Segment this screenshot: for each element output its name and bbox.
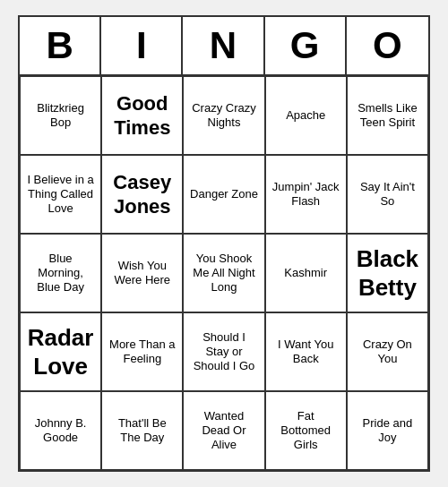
bingo-cell[interactable]: Pride and Joy	[347, 391, 428, 470]
bingo-cell[interactable]: Jumpin' Jack Flash	[265, 155, 347, 234]
cell-text: Wish You Were Here	[108, 259, 177, 288]
cell-text: More Than a Feeling	[108, 337, 177, 367]
cell-text: Crazy Crazy Nights	[189, 101, 258, 131]
cell-text: Kashmir	[284, 266, 327, 280]
cell-text: You Shook Me All Night Long	[189, 252, 258, 295]
cell-text: That'll Be The Day	[108, 416, 177, 446]
bingo-grid: Blitzkrieg BopGood TimesCrazy Crazy Nigh…	[20, 76, 428, 470]
bingo-cell[interactable]: Blue Morning, Blue Day	[20, 234, 101, 312]
bingo-cell[interactable]: I Want You Back	[265, 312, 347, 391]
bingo-cell[interactable]: Wanted Dead Or Alive	[183, 391, 264, 470]
cell-text: Say It Ain't So	[353, 180, 422, 209]
cell-text: I Want You Back	[271, 337, 340, 367]
cell-text: Good Times	[108, 91, 177, 141]
bingo-cell[interactable]: Blitzkrieg Bop	[20, 76, 101, 155]
bingo-cell[interactable]: Radar Love	[20, 312, 101, 391]
bingo-header: BINGO	[20, 17, 428, 76]
bingo-cell[interactable]: Johnny B. Goode	[20, 391, 101, 470]
cell-text: Blue Morning, Blue Day	[26, 252, 95, 295]
bingo-cell[interactable]: Good Times	[101, 76, 183, 155]
cell-text: Blitzkrieg Bop	[26, 101, 95, 131]
bingo-cell[interactable]: Danger Zone	[183, 155, 264, 234]
cell-text: Wanted Dead Or Alive	[189, 409, 258, 453]
cell-text: Crazy On You	[353, 337, 422, 367]
cell-text: Pride and Joy	[353, 416, 422, 446]
cell-text: Should I Stay or Should I Go	[189, 330, 258, 374]
cell-text: Johnny B. Goode	[26, 416, 95, 446]
cell-text: Fat Bottomed Girls	[271, 409, 340, 453]
bingo-cell[interactable]: Crazy Crazy Nights	[183, 76, 264, 155]
header-letter: O	[347, 17, 428, 74]
bingo-cell[interactable]: More Than a Feeling	[101, 312, 183, 391]
bingo-cell[interactable]: Casey Jones	[101, 155, 183, 234]
bingo-cell[interactable]: Fat Bottomed Girls	[265, 391, 347, 470]
cell-text: I Believe in a Thing Called Love	[26, 173, 95, 217]
header-letter: I	[101, 17, 183, 74]
bingo-cell[interactable]: Kashmir	[265, 234, 347, 312]
bingo-cell[interactable]: Say It Ain't So	[347, 155, 428, 234]
bingo-cell[interactable]: Should I Stay or Should I Go	[183, 312, 264, 391]
bingo-cell[interactable]: Wish You Were Here	[101, 234, 183, 312]
bingo-cell[interactable]: I Believe in a Thing Called Love	[20, 155, 101, 234]
header-letter: N	[183, 17, 264, 74]
bingo-cell[interactable]: You Shook Me All Night Long	[183, 234, 264, 312]
cell-text: Jumpin' Jack Flash	[271, 180, 340, 209]
cell-text: Radar Love	[26, 323, 95, 381]
cell-text: Black Betty	[353, 244, 422, 303]
bingo-cell[interactable]: Black Betty	[347, 234, 428, 312]
bingo-cell[interactable]: Crazy On You	[347, 312, 428, 391]
header-letter: B	[20, 17, 101, 74]
bingo-cell[interactable]: That'll Be The Day	[101, 391, 183, 470]
cell-text: Smells Like Teen Spirit	[353, 101, 422, 131]
cell-text: Casey Jones	[108, 170, 177, 219]
cell-text: Danger Zone	[190, 187, 258, 201]
bingo-cell[interactable]: Smells Like Teen Spirit	[347, 76, 428, 155]
cell-text: Apache	[286, 108, 325, 123]
bingo-cell[interactable]: Apache	[265, 76, 347, 155]
bingo-card: BINGO Blitzkrieg BopGood TimesCrazy Craz…	[18, 15, 430, 472]
header-letter: G	[265, 17, 347, 74]
